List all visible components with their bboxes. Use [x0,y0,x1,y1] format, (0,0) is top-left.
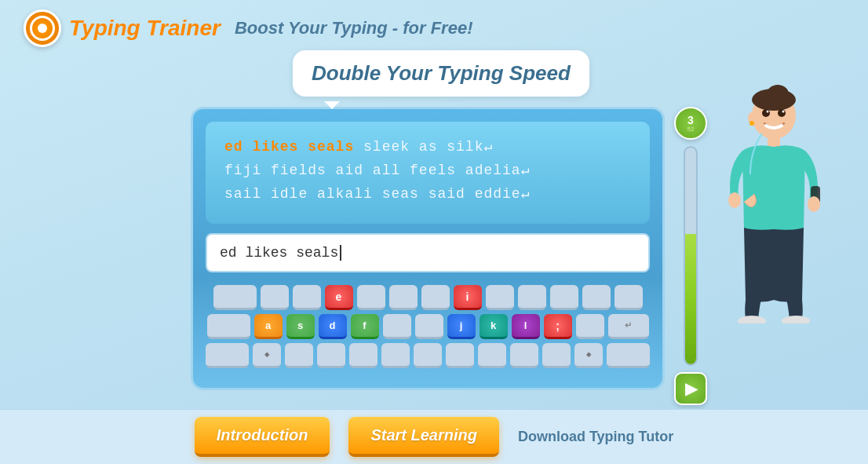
key-a[interactable]: a [254,314,283,339]
key-x[interactable] [317,343,345,368]
key-t[interactable] [389,285,418,310]
key-bracket-r[interactable] [615,285,643,310]
start-learning-button[interactable]: Start Learning [348,417,499,457]
key-l[interactable]: l [512,314,540,339]
typed-text: ed likes seals [220,245,338,261]
svg-point-5 [762,109,770,117]
svg-point-2 [752,89,796,111]
tagline: Boost Your Typing - for Free! [235,18,473,38]
key-s[interactable]: s [286,314,315,339]
key-caps[interactable] [207,314,250,339]
svg-point-13 [738,316,766,323]
key-diamond-r[interactable] [574,343,603,368]
lesson-line-3: sail idle alkali seas said eddie↵ [224,185,631,202]
lesson-rest-3: sail idle alkali seas said eddie↵ [224,186,531,202]
character-svg [711,72,829,323]
lesson-highlight-1: ed likes seals [224,139,354,155]
key-period[interactable] [542,343,571,368]
key-d[interactable]: d [319,314,347,339]
character-illustration [711,72,837,327]
svg-point-6 [778,109,786,117]
keyboard-row-2: a s d f j k l ; ↵ [206,314,650,339]
key-shift-r[interactable] [607,343,650,368]
key-o[interactable] [518,285,546,310]
key-enter[interactable]: ↵ [608,314,649,339]
key-e[interactable]: e [325,285,353,310]
key-j[interactable]: j [447,314,476,339]
svg-point-8 [782,111,785,113]
key-comma[interactable] [510,343,538,368]
progress-sub: 52 [687,126,695,133]
speech-bubble-text: Double Your Typing Speed [312,61,571,85]
svg-point-11 [728,192,741,208]
logo-badge [24,9,61,47]
key-h[interactable] [415,314,443,339]
keyboard-row-1: e i [206,285,650,310]
typing-input[interactable]: ed likes seals [206,233,650,272]
typing-panel: ed likes seals sleek as silk↵ fiji field… [191,107,665,390]
svg-point-4 [749,121,754,126]
key-y[interactable] [421,285,450,310]
lesson-text-area: ed likes seals sleek as silk↵ fiji field… [206,122,650,224]
svg-point-14 [782,316,810,323]
text-cursor [340,245,341,261]
key-v[interactable] [381,343,410,368]
key-b[interactable] [414,343,442,368]
progress-area: 3 52 ▶ [674,107,707,405]
keyboard-row-3 [206,343,650,368]
key-z[interactable] [285,343,313,368]
key-quote[interactable] [576,314,604,339]
key-diamond-l[interactable] [253,343,281,368]
key-tab[interactable] [213,285,257,310]
main-content: Double Your Typing Speed ed likes seals … [0,57,868,405]
key-k[interactable]: k [480,314,508,339]
progress-number: 3 [687,115,694,126]
lesson-rest-2: fiji fields aid all feels adelia↵ [224,163,531,178]
speech-bubble: Double Your Typing Speed [293,50,589,97]
key-c[interactable] [349,343,377,368]
progress-badge: 3 52 [674,107,707,140]
key-w[interactable] [293,285,321,310]
key-f[interactable]: f [351,314,379,339]
left-panel: Double Your Typing Speed ed likes seals … [191,57,677,405]
next-arrow-icon: ▶ [685,379,697,398]
key-bracket-l[interactable] [582,285,611,310]
key-n[interactable] [446,343,474,368]
header: Typing Trainer Boost Your Typing - for F… [0,0,868,57]
key-p[interactable] [550,285,578,310]
progress-track [684,146,698,366]
lesson-line-1: ed likes seals sleek as silk↵ [224,137,631,155]
key-i[interactable] [486,285,514,310]
bottom-bar: Introduction Start Learning Download Typ… [0,409,868,464]
download-link[interactable]: Download Typing Tutor [518,429,673,445]
next-button[interactable]: ▶ [674,372,707,405]
key-shift-l[interactable] [206,343,249,368]
key-u[interactable]: i [454,285,482,310]
svg-point-7 [767,111,769,113]
progress-fill [685,234,696,364]
svg-point-12 [808,196,820,212]
key-q[interactable] [261,285,289,310]
introduction-button[interactable]: Introduction [195,417,330,457]
key-g[interactable] [383,314,411,339]
key-m[interactable] [478,343,506,368]
logo-text: Typing Trainer [69,16,221,41]
lesson-rest-1: sleek as silk↵ [363,139,493,155]
key-semi[interactable]: ; [544,314,572,339]
panel-with-progress: ed likes seals sleek as silk↵ fiji field… [191,82,677,405]
lesson-line-2: fiji fields aid all feels adelia↵ [224,161,631,178]
key-r[interactable] [357,285,385,310]
keyboard: e i a s [206,282,650,375]
